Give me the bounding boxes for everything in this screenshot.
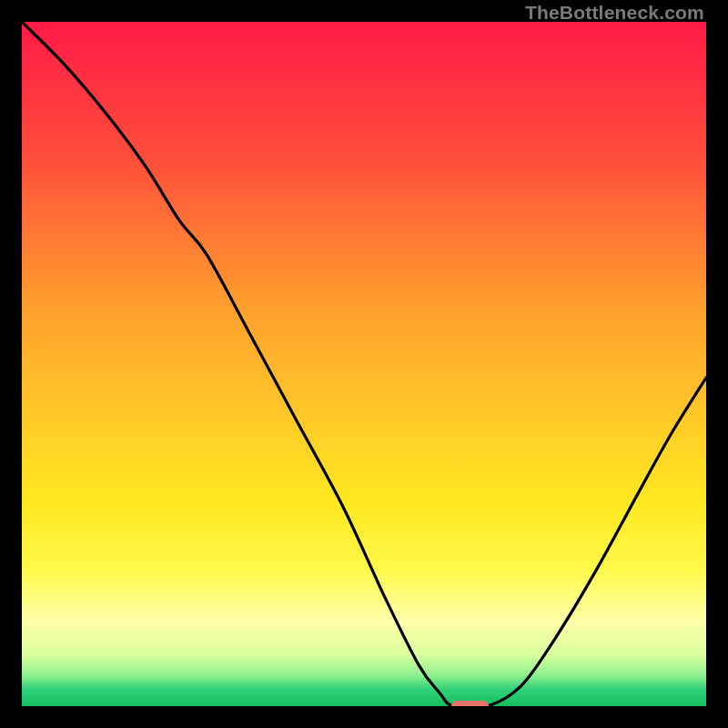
watermark-text: TheBottleneck.com bbox=[525, 2, 704, 24]
bottleneck-curve bbox=[22, 22, 706, 706]
chart-frame: TheBottleneck.com bbox=[0, 0, 728, 728]
optimum-marker bbox=[451, 701, 489, 706]
plot-area bbox=[22, 22, 706, 706]
